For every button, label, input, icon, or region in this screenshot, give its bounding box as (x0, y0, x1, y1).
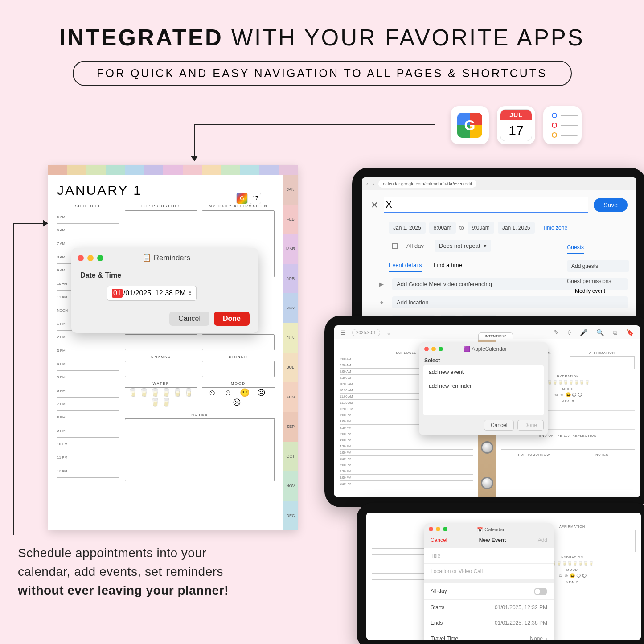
planner-top-tabs[interactable] (48, 165, 298, 175)
date-pill[interactable]: 2025.9.01 (352, 329, 380, 336)
t2-hour-row[interactable]: 5:00 PM (340, 450, 473, 456)
traffic-close-icon[interactable] (78, 255, 84, 261)
eraser-icon[interactable]: ◊ (568, 329, 571, 336)
ac-cancel-button[interactable]: Cancel (484, 420, 514, 431)
repeat-dropdown[interactable]: Does not repeat ▾ (435, 240, 491, 252)
month-tab-jun[interactable]: JUN (283, 323, 298, 353)
mood-faces-icon[interactable]: ☺ ☺ 😐 ☹ ☹ (202, 388, 275, 407)
tab-event-details[interactable]: Event details (389, 262, 422, 272)
ac-close-icon[interactable] (424, 347, 429, 351)
forward-icon[interactable]: › (373, 181, 374, 186)
hour-row[interactable]: 12 AM (57, 464, 119, 478)
c3-title-input[interactable]: Title (424, 548, 554, 564)
traffic-min-icon[interactable] (87, 255, 94, 261)
timezone-link[interactable]: Time zone (538, 222, 572, 234)
t2-hour-row[interactable]: 8:30 PM (340, 481, 473, 487)
t2-hour-row[interactable]: 7:30 PM (340, 468, 473, 475)
end-time-chip[interactable]: 9:00am (468, 222, 494, 234)
arrow-left-vertical (13, 223, 14, 535)
ac-max-icon[interactable] (439, 347, 443, 351)
add-reminder-option[interactable]: add new reminder (423, 379, 544, 393)
c3-min-icon[interactable] (436, 527, 440, 531)
t2-hour-row[interactable]: 5:30 PM (340, 456, 473, 462)
hour-row[interactable]: 9 PM (57, 424, 119, 438)
start-date-chip[interactable]: Jan 1, 2025 (389, 222, 426, 234)
traffic-max-icon[interactable] (97, 255, 103, 261)
month-tab-oct[interactable]: OCT (283, 442, 298, 472)
url-field[interactable]: calendar.google.com/calendar/u/0/r/event… (378, 180, 476, 188)
month-tab-mar[interactable]: MAR (283, 234, 298, 264)
c3-travel-value[interactable]: None (530, 636, 547, 640)
month-tab-dec[interactable]: DEC (283, 501, 298, 531)
mini-cal-icon[interactable]: 17 (250, 193, 261, 204)
guests-tab[interactable]: Guests (567, 244, 584, 254)
done-button[interactable]: Done (214, 312, 250, 326)
modify-event-checkbox[interactable] (567, 289, 572, 294)
hour-row[interactable]: 11 PM (57, 451, 119, 464)
hour-row[interactable]: 4 PM (57, 357, 119, 371)
end-date-chip[interactable]: Jan 1, 2025 (498, 222, 535, 234)
hour-row[interactable]: 10 PM (57, 438, 119, 451)
month-tab-jul[interactable]: JUL (283, 353, 298, 382)
add-location-input[interactable]: Add location (392, 296, 628, 308)
c3-add-button[interactable]: Add (538, 537, 547, 543)
t2-hour-row[interactable]: 4:30 PM (340, 443, 473, 450)
bookmark-icon[interactable]: 🔖 (626, 329, 634, 336)
month-tab-may[interactable]: MAY (283, 293, 298, 323)
c3-cancel-button[interactable]: Cancel (431, 537, 447, 543)
tab-find-time[interactable]: Find a time (433, 262, 462, 272)
ac-min-icon[interactable] (431, 347, 436, 351)
stepper-icon[interactable]: ▲▼ (188, 290, 192, 296)
chevron-down-icon[interactable]: ⌄ (386, 329, 391, 336)
month-tab-nov[interactable]: NOV (283, 471, 298, 501)
search-icon[interactable]: 🔍 (596, 329, 604, 336)
schedule-label: SCHEDULE (57, 202, 119, 210)
copy-icon[interactable]: ⧉ (613, 329, 617, 336)
back-icon[interactable]: ‹ (366, 181, 368, 186)
add-event-option[interactable]: add new event (423, 365, 544, 379)
start-time-chip[interactable]: 8:00am (429, 222, 456, 234)
month-tab-sep[interactable]: SEP (283, 412, 298, 442)
c3-close-icon[interactable] (429, 527, 433, 531)
allday-checkbox[interactable] (392, 243, 398, 249)
event-title-input[interactable] (384, 197, 588, 213)
month-tab-aug[interactable]: AUG (283, 382, 298, 412)
water-cups-icon[interactable]: 🥛🥛🥛🥛🥛🥛🥛🥛 (125, 388, 197, 407)
ac-done-button[interactable]: Done (517, 420, 544, 431)
month-tab-jan[interactable]: JAN (283, 175, 298, 205)
hour-row[interactable]: 3 PM (57, 344, 119, 357)
hour-row[interactable]: 7 PM (57, 398, 119, 411)
hour-row[interactable]: 8 PM (57, 411, 119, 424)
c3-starts-value[interactable]: 01/01/2025, 12:32 PM (495, 604, 547, 611)
pencil-icon[interactable]: ✎ (554, 329, 559, 336)
snacks-box[interactable] (125, 361, 197, 377)
close-icon[interactable]: ✕ (371, 200, 378, 210)
cancel-button[interactable]: Cancel (169, 312, 209, 326)
c3-allday-toggle[interactable] (534, 588, 547, 595)
menu-icon[interactable]: ☰ (340, 329, 346, 336)
date-time-input[interactable]: 01/01/2025, 12:38 PM ▲▼ (107, 286, 197, 301)
planner-month-tabs[interactable]: JANFEBMARAPRMAYJUNJULAUGSEPOCTNOVDEC (283, 175, 298, 530)
notes-box[interactable] (125, 419, 275, 481)
hour-row[interactable]: 6 PM (57, 384, 119, 398)
c3-max-icon[interactable] (443, 527, 447, 531)
modify-event-label: Modify event (575, 288, 605, 294)
dinner-box[interactable] (202, 361, 275, 377)
t2-hour-row[interactable]: 4:00 PM (340, 437, 473, 443)
hour-row[interactable]: 5 PM (57, 371, 119, 384)
c3-location-input[interactable]: Location or Video Call (424, 564, 554, 579)
t2-hour-row[interactable]: 8:00 PM (340, 475, 473, 481)
hour-row[interactable]: 6 AM (57, 224, 119, 237)
mini-google-icon[interactable]: G (236, 193, 248, 204)
c3-ends-value[interactable]: 01/01/2025, 12:38 PM (495, 620, 547, 626)
c3-travel-label: Travel Time (431, 636, 458, 640)
save-button[interactable]: Save (594, 198, 628, 212)
mic-icon[interactable]: 🎤 (580, 329, 587, 336)
breakfast-box[interactable] (125, 334, 197, 350)
month-tab-feb[interactable]: FEB (283, 205, 298, 234)
t2-hour-row[interactable]: 6:00 PM (340, 462, 473, 468)
add-guests-input[interactable]: Add guests (567, 260, 629, 272)
month-tab-apr[interactable]: APR (283, 264, 298, 294)
lunch-box[interactable] (202, 334, 275, 350)
hour-row[interactable]: 5 AM (57, 210, 119, 224)
